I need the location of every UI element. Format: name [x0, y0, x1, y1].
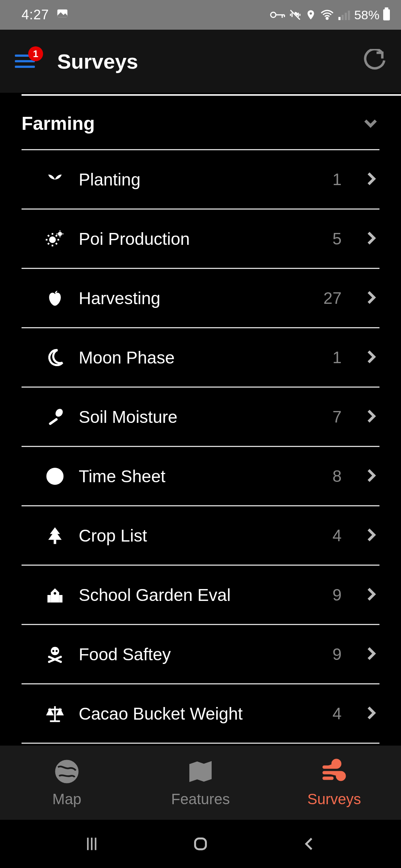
- svg-point-20: [48, 655, 50, 658]
- location-icon: [305, 9, 316, 21]
- survey-count: 27: [323, 289, 342, 308]
- survey-label: Harvesting: [79, 288, 311, 308]
- chevron-right-icon: [363, 527, 379, 545]
- survey-count: 5: [333, 230, 342, 248]
- chevron-right-icon: [363, 289, 379, 307]
- school-icon: [44, 584, 66, 606]
- survey-row-time-sheet[interactable]: Time Sheet 8: [22, 447, 379, 506]
- survey-label: Poi Production: [79, 229, 320, 249]
- svg-point-17: [51, 647, 59, 655]
- svg-rect-13: [54, 540, 56, 544]
- survey-count: 4: [333, 526, 342, 545]
- survey-row-moon-phase[interactable]: Moon Phase 1: [22, 328, 379, 388]
- survey-label: Soil Moisture: [79, 407, 320, 427]
- survey-count: 9: [333, 586, 342, 604]
- survey-label: School Garden Eval: [79, 585, 320, 605]
- battery-icon: [383, 9, 390, 20]
- survey-count: 4: [333, 704, 342, 723]
- svg-point-3: [326, 17, 328, 19]
- svg-rect-4: [338, 17, 340, 20]
- svg-point-19: [56, 650, 58, 652]
- bottom-nav: Map Features Surveys: [0, 746, 401, 820]
- svg-point-10: [54, 407, 64, 418]
- back-button[interactable]: [294, 829, 324, 859]
- nav-tab-surveys[interactable]: Surveys: [267, 746, 401, 820]
- svg-rect-6: [345, 13, 347, 20]
- chevron-right-icon: [363, 171, 379, 188]
- section-header-farming[interactable]: Farming: [22, 96, 379, 150]
- chevron-right-icon: [363, 408, 379, 426]
- survey-row-food-safety[interactable]: Food Saftey 9: [22, 625, 379, 684]
- svg-point-9: [58, 231, 62, 236]
- svg-rect-5: [342, 15, 344, 20]
- chevron-right-icon: [363, 467, 379, 485]
- picture-icon: [56, 7, 69, 23]
- survey-label: Crop List: [79, 526, 320, 546]
- survey-row-planting[interactable]: Planting 1: [22, 150, 379, 210]
- home-button[interactable]: [186, 829, 215, 859]
- survey-row-soil-moisture[interactable]: Soil Moisture 7: [22, 388, 379, 447]
- vibrate-icon: [289, 9, 301, 21]
- survey-row-poi-production[interactable]: Poi Production 5: [22, 210, 379, 269]
- survey-count: 8: [333, 467, 342, 486]
- survey-label: Cacao Bucket Weight: [79, 704, 320, 724]
- globe-icon: [53, 758, 80, 786]
- survey-row-crop-list[interactable]: Crop List 4: [22, 506, 379, 566]
- clock-icon: [44, 465, 66, 487]
- nav-tab-features[interactable]: Features: [134, 746, 267, 820]
- section-title: Farming: [22, 113, 95, 134]
- status-bar: 4:27 58%: [0, 0, 401, 30]
- nav-tab-map[interactable]: Map: [0, 746, 134, 820]
- survey-row-cacao-weight[interactable]: Cacao Bucket Weight 4: [22, 684, 379, 744]
- svg-rect-14: [48, 595, 51, 602]
- nav-label: Surveys: [307, 791, 361, 808]
- chevron-down-icon: [362, 114, 379, 133]
- spoon-icon: [44, 406, 66, 428]
- chevron-right-icon: [363, 705, 379, 723]
- survey-count: 1: [333, 170, 342, 189]
- chevron-right-icon: [363, 586, 379, 604]
- key-icon: [270, 10, 285, 20]
- survey-row-school-garden[interactable]: School Garden Eval 9: [22, 566, 379, 625]
- battery-percent: 58%: [354, 8, 379, 22]
- chevron-right-icon: [363, 645, 379, 663]
- survey-label: Time Sheet: [79, 466, 320, 486]
- wind-icon: [321, 758, 348, 786]
- scale-icon: [44, 703, 66, 725]
- skull-icon: [44, 643, 66, 665]
- survey-count: 1: [333, 348, 342, 367]
- status-time: 4:27: [22, 7, 49, 23]
- svg-point-2: [310, 12, 312, 14]
- nav-label: Features: [171, 791, 230, 808]
- nav-label: Map: [52, 791, 81, 808]
- svg-rect-7: [348, 11, 350, 20]
- svg-point-18: [52, 650, 54, 652]
- tree-icon: [44, 525, 66, 547]
- apple-icon: [44, 287, 66, 309]
- recents-button[interactable]: [77, 829, 107, 859]
- chevron-right-icon: [363, 349, 379, 366]
- chevron-right-icon: [363, 230, 379, 248]
- survey-list: Planting 1 Poi Production 5 Harvesting 2…: [22, 150, 379, 744]
- survey-label: Planting: [79, 170, 320, 190]
- svg-point-22: [48, 661, 50, 663]
- menu-icon[interactable]: 1: [15, 55, 35, 68]
- svg-point-24: [56, 760, 78, 783]
- survey-row-harvesting[interactable]: Harvesting 27: [22, 269, 379, 328]
- svg-rect-25: [195, 838, 206, 849]
- gears-icon: [44, 228, 66, 250]
- sprout-icon: [44, 168, 66, 191]
- moon-icon: [44, 346, 66, 369]
- svg-point-1: [271, 12, 276, 17]
- svg-point-16: [54, 592, 56, 595]
- refresh-icon[interactable]: [363, 49, 386, 73]
- svg-rect-11: [49, 417, 58, 425]
- survey-count: 7: [333, 408, 342, 426]
- wifi-icon: [320, 9, 334, 20]
- menu-badge: 1: [28, 46, 43, 61]
- survey-count: 9: [333, 645, 342, 664]
- svg-point-23: [60, 661, 62, 663]
- app-header: 1 Surveys: [0, 30, 401, 93]
- signal-icon: [338, 9, 351, 20]
- svg-point-21: [60, 655, 62, 658]
